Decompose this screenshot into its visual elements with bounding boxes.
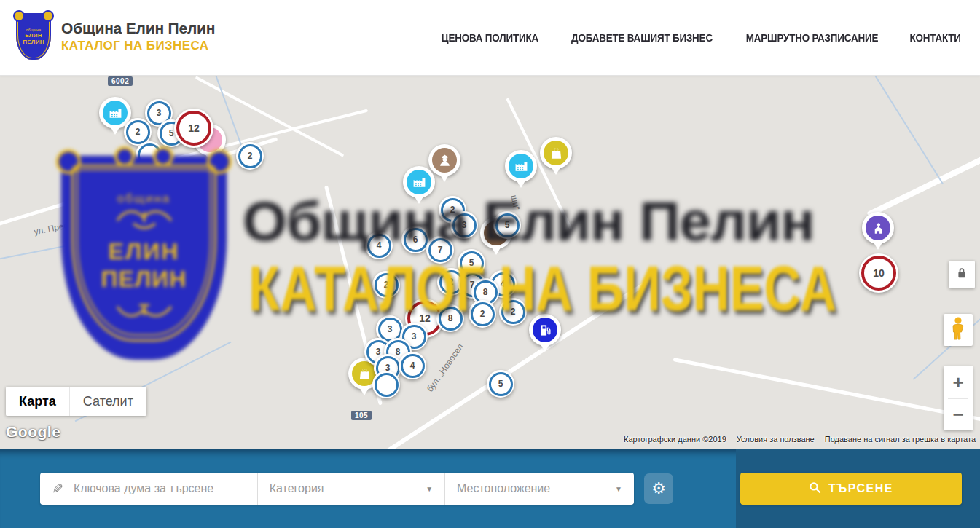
pin-factory[interactable] — [505, 150, 537, 182]
crest-ornament-icon — [62, 206, 226, 234]
crest-line2: ПЕЛИН — [62, 266, 226, 293]
pegman-icon — [950, 316, 966, 344]
street-view-lock-button[interactable] — [949, 261, 975, 288]
map-attribution: Картографски данни ©2019 Условия за полз… — [624, 435, 976, 444]
site-title: Община Елин Пелин — [61, 20, 215, 37]
search-form: ✎ Категория ▼ Местоположение ▼ — [40, 473, 634, 505]
cluster-marker[interactable]: 12 — [174, 109, 213, 148]
nav-item-contacts[interactable]: КОНТАКТИ — [909, 31, 960, 44]
category-select-label: Категория — [270, 482, 324, 495]
location-select-label: Местоположение — [457, 482, 550, 495]
cluster-marker[interactable]: 4 — [399, 352, 426, 379]
search-button-label: ТЪРСЕНЕ — [828, 482, 893, 495]
nav-item-route-schedule[interactable]: МАРШРУТНО РАЗПИСАНИЕ — [746, 31, 878, 44]
search-bar: ✎ Категория ▼ Местоположение ▼ ⚙ ТЪРСЕНЕ — [0, 449, 980, 528]
cluster-count: 2 — [126, 120, 150, 144]
gear-icon: ⚙ — [651, 479, 666, 498]
water-line — [834, 75, 944, 184]
street-label-novosel: бул. „Новосел — [425, 342, 466, 394]
keyword-input[interactable] — [72, 481, 246, 496]
watermark-title: Община Елин Пелин — [243, 190, 815, 253]
site-logo[interactable]: община ЕЛИН ПЕЛИН Община Елин Пелин КАТА… — [16, 13, 215, 60]
crest-line1: ЕЛИН — [62, 238, 226, 265]
map-canvas[interactable]: 6002 105 ул. Преслав бул. „Новосел щи“ 3… — [0, 75, 980, 449]
cluster-count: 5 — [489, 372, 513, 396]
site-subtitle: КАТАЛОГ НА БИЗНЕСА — [61, 39, 215, 53]
category-select[interactable]: Категория ▼ — [258, 473, 445, 505]
search-button[interactable]: ТЪРСЕНЕ — [740, 473, 962, 505]
page: община ЕЛИН ПЕЛИН Община Елин Пелин КАТА… — [0, 0, 980, 528]
attribution-copyright: Картографски данни ©2019 — [624, 435, 726, 444]
factory-icon — [103, 101, 128, 125]
worker-icon — [432, 148, 457, 173]
advanced-settings-button[interactable]: ⚙ — [644, 473, 673, 504]
nav-item-add-business[interactable]: ДОБАВЕТЕ ВАШИЯТ БИЗНЕС — [571, 31, 713, 44]
zoom-control: + − — [944, 366, 973, 430]
watermark-subtitle: КАТАЛОГ НА БИЗНЕСА — [248, 252, 836, 325]
pegman-button[interactable] — [944, 314, 973, 346]
site-header: община ЕЛИН ПЕЛИН Община Елин Пелин КАТА… — [0, 0, 980, 76]
google-logo[interactable]: Google — [6, 423, 60, 441]
pin-church[interactable] — [862, 212, 894, 244]
chevron-down-icon: ▼ — [426, 485, 433, 493]
cluster-marker[interactable]: 5 — [487, 370, 514, 398]
road-badge-6002: 6002 — [108, 76, 133, 86]
search-icon — [809, 481, 821, 497]
crest-ornament-icon — [62, 299, 226, 324]
pencil-icon: ✎ — [52, 481, 63, 497]
location-select[interactable]: Местоположение ▼ — [445, 473, 634, 505]
zoom-in-button[interactable]: + — [944, 366, 973, 398]
map-tab-button[interactable]: Карта — [6, 387, 69, 416]
cluster-count: 10 — [861, 256, 896, 291]
keyword-field-wrap: ✎ — [40, 473, 258, 505]
crest-scroll-icon — [114, 146, 135, 167]
main-nav: ЦЕНОВА ПОЛИТИКА ДОБАВЕТЕ ВАШИЯТ БИЗНЕС М… — [439, 0, 962, 75]
logo-text: Община Елин Пелин КАТАЛОГ НА БИЗНЕСА — [61, 20, 215, 53]
crest-line1: ЕЛИН — [25, 32, 42, 39]
cluster-marker[interactable]: 2 — [236, 142, 264, 170]
bag-icon — [544, 141, 568, 165]
report-error-link[interactable]: Подаване на сигнал за грешка в картата — [825, 435, 976, 444]
crest-line2: ПЕЛИН — [23, 39, 44, 45]
zoom-out-button[interactable]: − — [944, 399, 973, 431]
chevron-down-icon: ▼ — [615, 485, 622, 493]
lock-icon — [954, 265, 969, 284]
crest-top-text: община — [62, 192, 226, 206]
cluster-marker[interactable] — [372, 371, 400, 398]
cluster-marker[interactable]: 10 — [859, 253, 898, 293]
terms-link[interactable]: Условия за ползване — [737, 435, 815, 444]
cluster-count: 2 — [238, 144, 262, 168]
map-type-control: Карта Сателит — [6, 387, 146, 416]
pin-worker[interactable] — [428, 144, 460, 176]
crest-scroll-icon — [153, 146, 173, 167]
church-icon — [866, 216, 890, 240]
pin-bag[interactable] — [540, 137, 572, 169]
cluster-count: 4 — [401, 354, 425, 378]
factory-icon — [509, 154, 533, 178]
road-badge-105: 105 — [351, 411, 372, 420]
municipality-crest-icon: община ЕЛИН ПЕЛИН — [16, 13, 51, 60]
road-line — [673, 358, 980, 422]
satellite-tab-button[interactable]: Сателит — [69, 387, 146, 416]
cluster-count — [375, 373, 399, 397]
watermark-crest: община ЕЛИН ПЕЛИН — [62, 157, 226, 359]
nav-item-pricing[interactable]: ЦЕНОВА ПОЛИТИКА — [442, 31, 538, 44]
cluster-count: 12 — [176, 111, 211, 146]
